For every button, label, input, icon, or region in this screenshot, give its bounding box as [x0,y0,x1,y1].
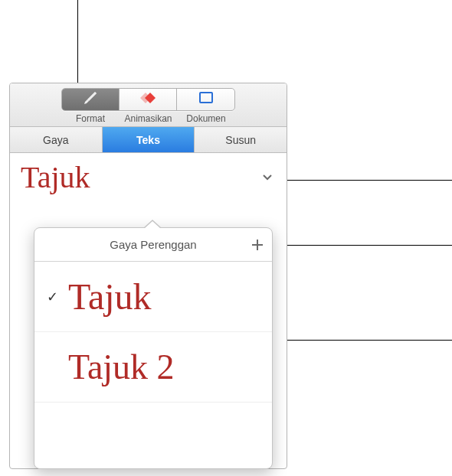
paragraph-style-row: Tajuk [10,153,287,204]
style-disclosure-button[interactable] [259,174,276,181]
diamond-icon [137,90,159,109]
document-rect-icon [198,91,215,108]
format-segment[interactable] [62,89,120,110]
plus-icon [251,238,264,252]
popover-title: Gaya Perenggan [110,238,196,251]
tab-text[interactable]: Teks [103,127,195,152]
tab-arrange-label: Susun [225,134,256,146]
add-style-button[interactable] [251,238,264,252]
animate-segment-label: Animasikan [120,113,178,124]
view-segmented-control [61,88,235,111]
document-segment[interactable] [177,89,234,110]
animate-segment[interactable] [120,89,177,110]
style-item-label: Tajuk 2 [68,350,175,385]
toolbar-labels: Format Animasikan Dokumen [61,113,235,124]
tab-text-label: Teks [136,134,160,146]
tab-style[interactable]: Gaya [10,127,103,152]
popover-header: Gaya Perenggan [34,228,272,262]
tab-style-label: Gaya [43,134,68,146]
style-item-label: Tajuk [68,279,152,315]
inspector-tabs: Gaya Teks Susun [10,127,287,153]
style-item-title-2[interactable]: Tajuk 2 [34,332,272,403]
checkmark-icon: ✓ [47,289,58,305]
format-segment-label: Format [61,113,120,124]
paragraph-style-button[interactable]: Tajuk [21,162,259,193]
chevron-down-icon [262,174,273,181]
tab-arrange[interactable]: Susun [195,127,287,152]
document-segment-label: Dokumen [177,113,235,124]
svg-rect-0 [200,93,212,103]
style-item-title[interactable]: ✓ Tajuk [34,262,272,332]
top-toolbar: Format Animasikan Dokumen [10,83,287,127]
paragraph-styles-popover: Gaya Perenggan ✓ Tajuk Tajuk 2 [34,227,273,469]
paintbrush-icon [81,90,100,109]
paragraph-style-list: ✓ Tajuk Tajuk 2 [34,262,272,403]
